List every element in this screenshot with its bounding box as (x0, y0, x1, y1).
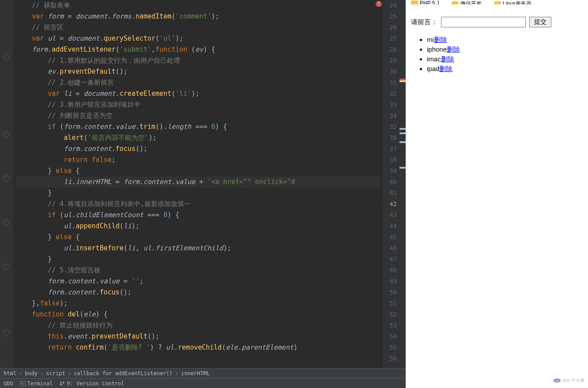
code-line[interactable]: var li = document.createElement('li'); (16, 88, 380, 99)
code-area[interactable]: // 获取表单 var form = document.forms.namedI… (0, 0, 406, 368)
minimap-mark[interactable] (400, 167, 406, 169)
line-number[interactable]: 34 (383, 110, 397, 121)
fold-marker-icon[interactable] (3, 219, 10, 226)
code-line[interactable]: // 禁止链接跳转行为 (16, 320, 380, 331)
line-number[interactable]: 53 (383, 320, 397, 331)
line-number[interactable]: 47 (383, 254, 397, 265)
code-line[interactable]: ul.insertBefore(li, ul.firstElementChild… (16, 243, 380, 254)
code-line[interactable]: return false; (16, 154, 380, 166)
code-line[interactable]: } (16, 188, 380, 199)
code-line[interactable]: var ul = document.querySelector('ul'); (16, 33, 380, 44)
line-number[interactable]: 29 (383, 55, 397, 66)
code-line[interactable]: },false); (16, 298, 380, 309)
code-line[interactable]: // 判断留言是否为空 (16, 110, 380, 121)
line-number[interactable]: 54 (383, 331, 397, 342)
line-number[interactable]: 51 (383, 298, 397, 309)
line-number[interactable]: 43 (383, 210, 397, 221)
breadcrumb-item[interactable]: script (46, 370, 65, 377)
fold-marker-icon[interactable] (3, 131, 10, 138)
code-line[interactable]: if (form.content.value.trim().length ===… (16, 121, 380, 132)
code-line[interactable]: // 5.清空留言板 (16, 265, 380, 276)
code-line[interactable]: // 留言区 (16, 22, 380, 33)
code-line[interactable]: ul.appendChild(li); (16, 221, 380, 232)
code-line[interactable]: form.content.value = ''; (16, 276, 380, 287)
minimap-mark[interactable] (400, 141, 406, 143)
minimap-mark[interactable] (400, 132, 406, 134)
vcs-tool[interactable]: 9: Version Control (60, 380, 124, 387)
breadcrumb-item[interactable]: body (25, 370, 38, 377)
line-number[interactable]: 40 (383, 177, 397, 188)
submit-button[interactable]: 提交 (529, 17, 551, 27)
line-number[interactable]: 38 (383, 154, 397, 166)
code-line[interactable]: } else { (16, 166, 380, 177)
line-number[interactable]: 25 (383, 11, 397, 22)
line-number[interactable]: 48 (383, 265, 397, 276)
line-number[interactable]: 30 (383, 66, 397, 77)
minimap-mark[interactable] (400, 80, 406, 82)
line-number[interactable]: 55 (383, 342, 397, 353)
code-line[interactable]: } (16, 254, 380, 265)
breadcrumb-item[interactable]: callback for addEventListener() (74, 370, 173, 377)
todo-tool[interactable]: ODO (4, 380, 13, 387)
minimap-mark[interactable] (400, 128, 406, 130)
code-line[interactable]: // 获取表单 (16, 0, 380, 11)
line-number[interactable]: 50 (383, 287, 397, 298)
code-line[interactable]: this.event.preventDefault(); (16, 331, 380, 342)
code-line[interactable]: ev.preventDefault(); (16, 66, 380, 77)
line-number[interactable]: 27 (383, 33, 397, 44)
code-line[interactable]: form.content.focus(); (16, 287, 380, 298)
terminal-tool[interactable]: Terminal (20, 380, 53, 387)
code-line[interactable]: form.content.focus(); (16, 143, 380, 154)
line-number[interactable]: 56 (383, 353, 397, 364)
delete-link[interactable]: 删除 (441, 55, 454, 63)
breadcrumb-item[interactable]: html (4, 370, 16, 377)
breadcrumb[interactable]: html› body› script› callback for addEven… (0, 368, 406, 378)
folding-gutter[interactable] (0, 0, 13, 368)
line-number[interactable]: 26 (383, 22, 397, 33)
delete-link[interactable]: 删除 (439, 65, 452, 72)
delete-link[interactable]: 删除 (447, 45, 460, 53)
code-line[interactable]: return confirm('是否删除? ') ? ul.removeChil… (16, 342, 380, 353)
fold-marker-icon[interactable] (3, 175, 10, 182)
line-number[interactable]: 49 (383, 276, 397, 287)
line-number[interactable]: 36 (383, 132, 397, 143)
code-line[interactable]: var form = document.forms.namedItem('com… (16, 11, 380, 22)
line-number[interactable]: 37 (383, 143, 397, 154)
line-number[interactable]: 32 (383, 88, 397, 99)
scrollbar-marks[interactable] (400, 0, 406, 368)
bookmark-item[interactable]: Linux服务器 (494, 0, 531, 4)
code-line[interactable]: // 3.将用户留言添加到项目中 (16, 99, 380, 110)
line-number[interactable]: 46 (383, 243, 397, 254)
message-input[interactable] (441, 17, 526, 27)
code-line[interactable]: form.addEventListener('submit',function … (16, 44, 380, 55)
code-line[interactable]: // 1.禁用默认的提交行为，由用户自己处理 (16, 55, 380, 66)
line-number[interactable]: 28 (383, 44, 397, 55)
line-number[interactable]: 35 (383, 121, 397, 132)
fold-marker-icon[interactable] (3, 53, 10, 61)
line-number[interactable]: 31 (383, 77, 397, 88)
fold-marker-icon[interactable] (3, 263, 10, 271)
bookmark-item[interactable]: 微信开发 (452, 0, 482, 4)
code-line[interactable]: alert('留言内容不能为空'); (16, 132, 380, 143)
line-numbers[interactable]: 2425262728293031323334353637383940414243… (383, 0, 400, 368)
line-number[interactable]: 45 (383, 232, 397, 243)
code-content[interactable]: // 获取表单 var form = document.forms.namedI… (13, 0, 383, 368)
code-line[interactable]: } else { (16, 232, 380, 243)
line-number[interactable]: 33 (383, 99, 397, 110)
delete-link[interactable]: 删除 (434, 36, 447, 43)
breadcrumb-item[interactable]: innerHTML (181, 370, 210, 377)
code-line[interactable]: if (ul.childElementCount === 0) { (16, 210, 380, 221)
line-number[interactable]: 41 (383, 188, 397, 199)
error-indicator-icon[interactable]: ! (376, 1, 382, 7)
code-line[interactable]: // 2.创建一条新留言 (16, 77, 380, 88)
bookmarks-bar[interactable]: PHP 5 J 微信开发 Linux服务器 (406, 0, 588, 4)
line-number[interactable]: 42 (383, 199, 397, 210)
bookmark-item[interactable]: PHP 5 J (411, 0, 439, 4)
fold-marker-icon[interactable] (3, 329, 10, 337)
line-number[interactable]: 39 (383, 166, 397, 177)
code-line[interactable]: function del(ele) { (16, 309, 380, 320)
code-line[interactable]: li.innerHTML = form.content.value + '<a … (16, 177, 380, 188)
line-number[interactable]: 24 (383, 0, 397, 11)
code-line[interactable]: // 4.将项目添加到留言列表中,最新添加放第一 (16, 199, 380, 210)
line-number[interactable]: 44 (383, 221, 397, 232)
